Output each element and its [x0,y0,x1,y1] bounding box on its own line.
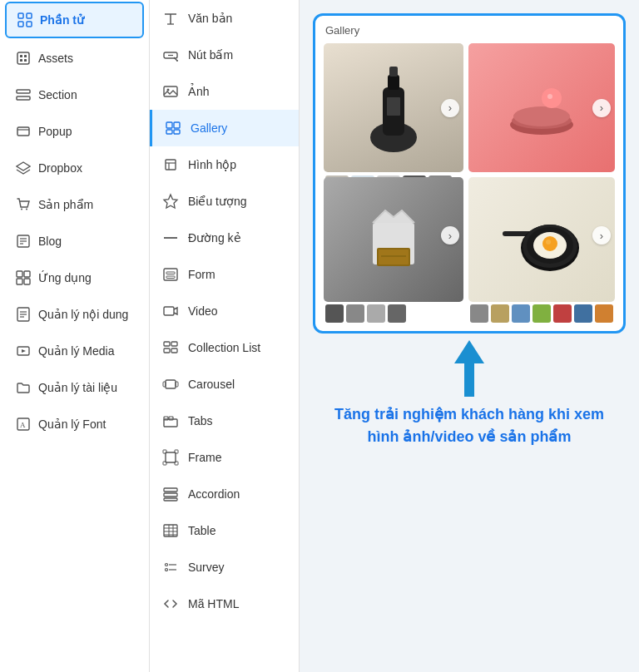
middle-label-form: Form [188,268,215,281]
middle-item-carousel[interactable]: Carousel [150,366,299,403]
middle-label-tabs: Tabs [188,414,213,427]
svg-rect-66 [164,498,177,501]
middle-item-video[interactable]: Video [150,293,299,329]
middle-label-duong-ke: Đường kẻ [188,231,241,245]
blog-icon [15,233,32,250]
middle-item-accordion[interactable]: Accordion [150,476,299,512]
popup-icon [15,123,32,140]
apps-icon [15,269,32,286]
sidebar-label-assets: Assets [38,52,73,65]
image-icon [161,82,180,101]
sidebar-label-quan-ly-noi-dung: Quản lý nội dung [38,308,128,321]
svg-rect-48 [164,307,174,315]
arrow-up-shape [454,340,484,363]
gallery-next-1[interactable]: › [441,99,459,117]
sidebar-item-phan-tu[interactable]: Phần tử [5,2,144,38]
svg-rect-80 [389,67,398,77]
clothes-image [356,202,431,277]
middle-item-van-ban[interactable]: Văn bản [150,0,299,37]
gallery-cell-2: › [468,43,615,172]
middle-item-frame[interactable]: Frame [150,439,299,476]
svg-point-13 [21,209,22,210]
svg-rect-43 [166,160,176,170]
svg-rect-1 [27,13,32,18]
sidebar-label-quan-ly-font: Quản lý Font [38,418,106,431]
survey-icon [161,558,180,576]
pan-image [496,202,587,277]
media-icon [15,343,32,359]
gallery-next-4[interactable]: › [592,226,611,245]
middle-item-form[interactable]: Form [150,256,299,293]
carousel-icon [161,375,180,393]
sidebar-item-san-pham[interactable]: Sản phẩm [5,188,144,221]
middle-item-anh[interactable]: Ảnh [150,73,299,110]
middle-label-nut-bam: Nút bấm [188,48,233,62]
middle-item-collection-list[interactable]: Collection List [150,329,299,366]
sidebar-item-section[interactable]: Section [5,78,144,111]
middle-item-gallery[interactable]: Gallery [150,110,299,146]
middle-item-hinh-hop[interactable]: Hình hộp [150,146,299,183]
svg-point-73 [166,564,168,566]
middle-label-collection-list: Collection List [188,341,260,354]
svg-rect-47 [166,276,175,279]
svg-rect-20 [24,271,30,277]
promo-text: Tăng trải nghiệm khách hàng khi xem hình… [320,403,619,448]
sidebar-item-quan-ly-font[interactable]: A Quản lý Font [5,408,144,441]
middle-item-bieu-tuong[interactable]: Biểu tượng [150,183,299,220]
svg-rect-5 [20,55,22,57]
svg-rect-59 [166,452,176,462]
middle-label-accordion: Accordion [188,487,240,501]
svg-rect-37 [164,86,177,96]
gallery-cell-4: › [468,177,615,323]
middle-label-video: Video [188,304,218,318]
preview-panel: Gallery [300,0,639,672]
sidebar-label-phan-tu: Phần tử [40,13,84,27]
sidebar-label-blog: Blog [38,235,62,248]
middle-label-ma-html: Mã HTML [188,597,239,610]
middle-item-nut-bam[interactable]: Nút bấm [150,37,299,73]
svg-rect-3 [27,22,32,27]
sidebar-item-assets[interactable]: Assets [5,42,144,75]
gallery-next-3[interactable]: › [441,226,459,245]
sidebar-item-ung-dung[interactable]: Ứng dụng [5,261,144,294]
svg-rect-52 [171,348,177,353]
gallery-title: Gallery [324,24,615,37]
sidebar-label-dropbox: Dropbox [38,161,82,175]
gallery-cell-1: › [324,43,463,172]
middle-label-bieu-tuong: Biểu tượng [188,195,247,208]
svg-point-75 [166,569,168,571]
svg-rect-4 [17,52,29,64]
sidebar-item-popup[interactable]: Popup [5,115,144,148]
sidebar-item-quan-ly-noi-dung[interactable]: Quản lý nội dung [5,298,144,331]
middle-label-survey: Survey [188,561,225,574]
gallery-icon [164,119,182,137]
svg-text:A: A [20,421,26,429]
dropbox-icon [15,160,32,176]
gallery-next-2[interactable]: › [592,99,611,117]
svg-rect-6 [24,55,27,57]
code-icon [161,595,180,613]
sidebar-item-quan-ly-media[interactable]: Quản lý Media [5,334,144,368]
middle-item-ma-html[interactable]: Mã HTML [150,586,299,622]
sidebar-label-quan-ly-tai-lieu: Quản lý tài liệu [38,381,117,394]
sidebar-item-dropbox[interactable]: Dropbox [5,151,144,185]
svg-rect-42 [174,130,180,134]
gallery-grid: › › [324,43,615,323]
sidebar-item-quan-ly-tai-lieu[interactable]: Quản lý tài liệu [5,371,144,404]
video-icon [161,302,180,320]
svg-rect-21 [17,279,22,284]
svg-point-14 [26,209,27,210]
svg-rect-9 [17,90,30,93]
sidebar-item-blog[interactable]: Blog [5,225,144,258]
svg-rect-19 [17,271,22,277]
middle-item-table[interactable]: Table [150,512,299,549]
svg-rect-40 [174,122,180,128]
button-icon [161,46,180,64]
svg-rect-11 [17,127,29,136]
middle-item-duong-ke[interactable]: Đường kẻ [150,220,299,256]
middle-item-tabs[interactable]: Tabs [150,403,299,439]
svg-rect-8 [24,59,27,62]
gallery-thumbs-4 [468,304,615,323]
middle-item-survey[interactable]: Survey [150,549,299,586]
middle-label-anh: Ảnh [188,85,210,98]
